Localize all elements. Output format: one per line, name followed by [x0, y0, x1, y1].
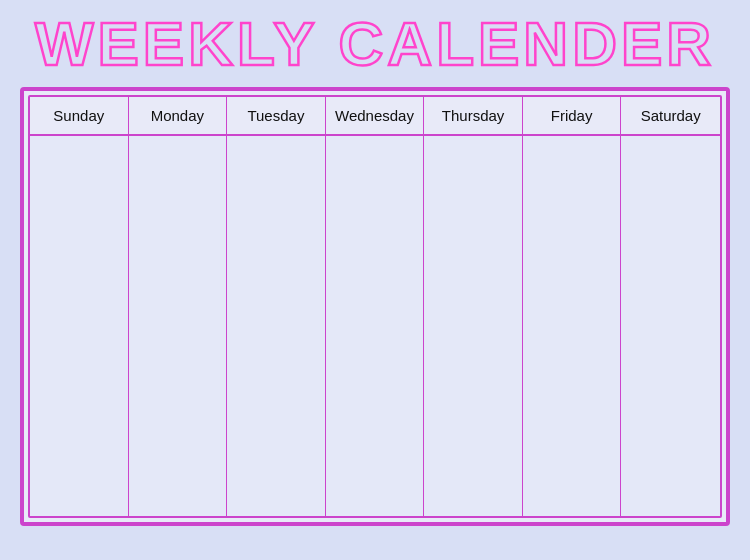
day-header-tuesday: Tuesday: [227, 97, 326, 136]
calendar-header: Sunday Monday Tuesday Wednesday Thursday…: [30, 97, 720, 136]
calendar-body: [30, 136, 720, 516]
day-header-wednesday: Wednesday: [326, 97, 425, 136]
cell-wednesday[interactable]: [326, 136, 425, 516]
day-header-saturday: Saturday: [621, 97, 720, 136]
cell-sunday[interactable]: [30, 136, 129, 516]
day-header-thursday: Thursday: [424, 97, 523, 136]
cell-monday[interactable]: [129, 136, 228, 516]
day-header-sunday: Sunday: [30, 97, 129, 136]
day-header-friday: Friday: [523, 97, 622, 136]
cell-friday[interactable]: [523, 136, 622, 516]
calendar-container: Sunday Monday Tuesday Wednesday Thursday…: [20, 87, 730, 526]
cell-thursday[interactable]: [424, 136, 523, 516]
cell-saturday[interactable]: [621, 136, 720, 516]
cell-tuesday[interactable]: [227, 136, 326, 516]
day-header-monday: Monday: [129, 97, 228, 136]
page-title: WEEKLY CALENDER: [35, 8, 715, 79]
calendar-grid: Sunday Monday Tuesday Wednesday Thursday…: [28, 95, 722, 518]
